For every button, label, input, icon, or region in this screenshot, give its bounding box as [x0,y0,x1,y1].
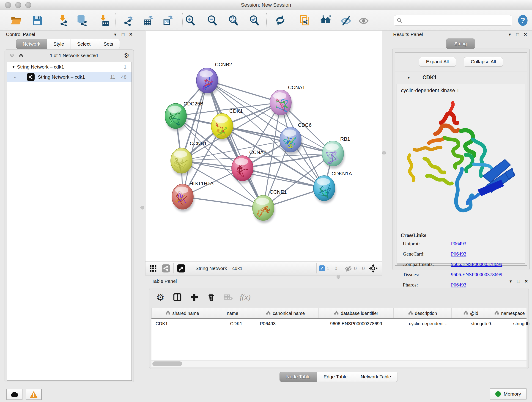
crosslink-link[interactable]: P06493 [451,241,466,247]
birdseye-view-icon[interactable] [176,263,186,274]
column-header-canonical-name[interactable]: canonical name [252,308,319,318]
table-cell[interactable]: 9606.ENSP00000378699 [326,319,405,328]
search-input[interactable] [403,18,502,23]
selected-checkbox[interactable]: ✓ [319,265,325,271]
edge-CCNB2-CCNE1[interactable] [207,80,263,208]
results-panel-close-icon[interactable]: × [521,31,529,38]
window-zoom-button[interactable] [25,2,31,8]
crosslink-link[interactable]: 9606.ENSP00000378699 [451,261,502,267]
tab-style[interactable]: Style [47,39,71,49]
node-CCNB1[interactable]: CCNB1 [171,140,207,176]
node-label-CCNB1: CCNB1 [190,140,207,146]
collapse-all-icon[interactable] [9,52,15,58]
control-panel-menu-icon[interactable]: ▾ [111,32,119,37]
collection-expander-icon[interactable]: ▼ [10,65,17,69]
node-RB1[interactable]: RB1 [322,136,350,169]
network-options-gear-icon[interactable]: ⚙ [124,52,129,59]
delete-column-icon[interactable] [205,291,217,303]
open-session-button[interactable] [9,14,23,27]
left-splitter-handle[interactable] [140,206,144,210]
node-CCNB2[interactable]: CCNB2 [196,62,232,96]
column-header-shared-name[interactable]: shared name [152,308,213,318]
column-header-@id[interactable]: @id [452,308,490,318]
zoom-selected-button[interactable] [247,14,261,27]
tab-sets[interactable]: Sets [97,39,120,49]
control-panel-close-icon[interactable]: × [127,31,135,38]
zoom-selected-icon [248,14,260,26]
save-session-button[interactable] [31,14,44,27]
network-view-icon[interactable] [161,263,171,274]
crosslink-label: Uniprot: [397,241,451,247]
show-columns-icon[interactable] [171,291,183,303]
help-button[interactable]: ? [516,14,530,27]
window-minimize-button[interactable] [15,2,21,8]
import-network-from-database-button[interactable] [75,14,89,27]
collapse-all-button[interactable]: Collapse All [464,57,503,67]
table-tab-node-table[interactable]: Node Table [279,372,317,382]
table-tab-network-table[interactable]: Network Table [354,372,398,382]
hidden-eye-slash-icon[interactable] [344,264,352,272]
import-network-button[interactable] [56,14,70,27]
results-hscroll-thumb[interactable] [397,263,406,265]
crosslink-link[interactable]: 9606.ENSP00000378699 [451,272,502,278]
results-tab-string[interactable]: String [446,38,475,49]
table-panel-menu-icon[interactable]: ▾ [507,279,515,284]
show-all-button[interactable] [357,14,370,27]
tab-network[interactable]: Network [16,39,47,49]
expand-all-icon[interactable] [18,52,24,58]
export-network-button[interactable] [121,14,135,27]
network-row-selected[interactable]: ● String Network – cdk1 11 48 [7,72,132,82]
zoom-in-button[interactable] [183,14,197,27]
table-cell[interactable]: cyclin-dependent ... [405,319,467,328]
node-CDKN1A[interactable]: CDKN1A [313,171,352,203]
pan-tool-icon[interactable] [368,263,379,274]
network-collection-row[interactable]: ▼ String Network – cdk1 1 [7,62,132,72]
column-header-namespace[interactable]: namespace [490,308,529,318]
clone-network-button[interactable] [298,14,312,27]
node-CCNA1[interactable]: CCNA1 [270,85,305,118]
first-neighbors-button[interactable] [318,14,332,27]
table-cell[interactable]: CDK1 [152,319,217,328]
table-tab-edge-table[interactable]: Edge Table [317,372,354,382]
tab-select[interactable]: Select [71,39,97,49]
column-header-database-identifier[interactable]: database identifier [319,308,394,318]
import-table-button[interactable] [97,14,110,27]
table-cell[interactable]: stringdb:9... [467,319,509,328]
table-panel-close-icon[interactable]: × [522,278,530,284]
warning-status-button[interactable] [26,389,42,400]
column-header-name[interactable]: name [213,308,252,318]
node-label-RB1: RB1 [340,136,350,142]
add-column-icon[interactable] [188,291,200,303]
cloud-status-button[interactable] [6,389,22,400]
table-hscroll-thumb[interactable] [152,361,182,366]
results-panel-menu-icon[interactable]: ▾ [506,32,514,37]
zoom-out-button[interactable] [205,14,219,27]
table-cell[interactable]: P06493 [256,319,326,328]
window-close-button[interactable] [5,2,11,8]
table-row[interactable]: CDK1CDK1P064939606.ENSP00000378699cyclin… [152,319,526,328]
grid-view-icon[interactable] [148,263,158,274]
table-cell[interactable]: CDK1 [217,319,256,328]
edge-CCNB2-HIST1H1A[interactable] [183,80,207,197]
network-canvas[interactable]: CCNB2CCNA1CDC25BCDK1CDC6RB1CCNB1CCNA2CDK… [146,31,382,262]
export-table-button[interactable] [141,14,155,27]
table-panel-float-icon[interactable]: □ [515,279,522,284]
crosslink-link[interactable]: P06493 [451,251,466,257]
right-splitter-handle[interactable] [382,151,386,154]
table-cell[interactable]: stringdb [509,319,532,328]
table-options-gear-icon[interactable]: ⚙ [154,291,166,303]
control-panel-float-icon[interactable]: □ [119,32,127,37]
expand-all-button[interactable]: Expand All [419,57,456,67]
memory-button[interactable]: Memory [490,389,526,400]
node-label-CCNA1: CCNA1 [288,85,305,90]
column-header-description[interactable]: description [394,308,452,318]
edge-HIST1H1A-CCNE1[interactable] [183,197,263,208]
zoom-fit-button[interactable] [226,14,240,27]
gene-expander-icon[interactable]: ▼ [395,76,423,80]
hide-selected-button[interactable] [339,14,353,27]
table-hscrollbar[interactable] [152,360,526,367]
refresh-view-button[interactable] [273,14,287,27]
node-HIST1H1A[interactable]: HIST1H1A [172,181,214,212]
results-panel-float-icon[interactable]: □ [514,32,521,37]
export-image-button[interactable] [161,14,174,27]
